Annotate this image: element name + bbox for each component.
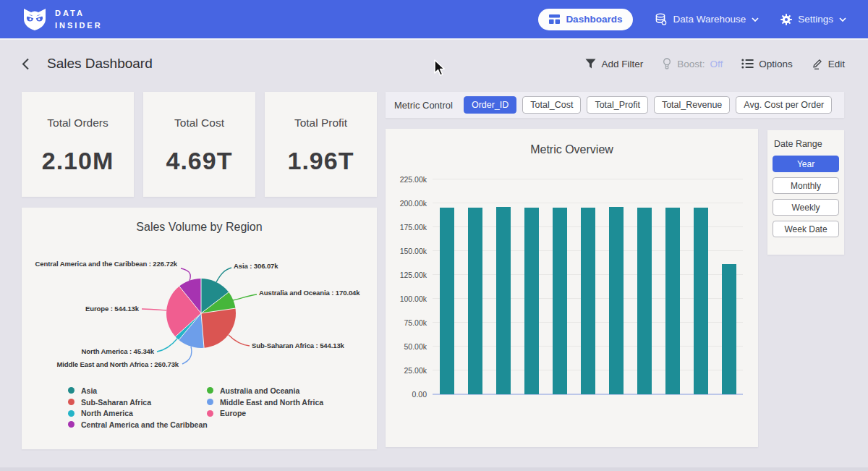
pie-callout-sub-saharan: Sub-Saharan Africa : 544.13k [252, 341, 344, 349]
bar [637, 208, 652, 394]
legend-dot [68, 410, 75, 417]
edit-pencil-icon [812, 58, 823, 69]
date-range-label: Date Range [774, 139, 839, 149]
back-chevron-icon [22, 58, 30, 70]
dashboards-button[interactable]: Dashboards [538, 9, 633, 30]
filter-funnel-icon [585, 59, 596, 69]
chevron-down-icon [752, 17, 759, 22]
bar [524, 208, 539, 394]
mouse-cursor [433, 59, 447, 77]
boost-status: Off [710, 59, 723, 69]
gear-icon [780, 14, 792, 25]
pie-chart-title: Sales Volume by Region [22, 221, 377, 234]
kpi-card-total-cost: Total Cost 4.69T [143, 92, 255, 197]
bar [468, 208, 482, 394]
kpi-card-total-orders: Total Orders 2.10M [22, 92, 134, 197]
top-navbar: DATA INSIDER Dashboards Data Warehouse [0, 0, 868, 40]
chevron-down-icon [839, 17, 846, 22]
y-axis-tick: 0.00 [391, 390, 427, 399]
options-list-icon [741, 59, 754, 69]
legend-dot [68, 399, 75, 405]
legend-label: Sub-Saharan Africa [81, 398, 151, 407]
legend-dot [68, 421, 75, 428]
date-range-year-button[interactable]: Year [773, 156, 839, 172]
pie-callout-middle-east: Middle East and North Africa : 260.73k [57, 360, 179, 368]
metric-chip-total-revenue[interactable]: Total_Revenue [654, 96, 730, 114]
legend-dot [207, 410, 213, 417]
metric-chip-avg-cost[interactable]: Avg. Cost per Order [736, 96, 832, 114]
legend-dot [207, 387, 213, 394]
dashboard-grid-icon [549, 14, 560, 24]
y-axis-tick: 225.00k [391, 175, 427, 184]
boost-toggle[interactable]: Boost:Off [662, 58, 723, 69]
settings-menu[interactable]: Settings [780, 14, 846, 25]
bar [665, 208, 680, 394]
data-warehouse-menu[interactable]: Data Warehouse [655, 13, 759, 25]
pie-legend-item: Central America and the Caribbean [68, 419, 208, 430]
settings-label: Settings [798, 14, 833, 25]
brand-text: DATA INSIDER [55, 7, 103, 31]
metric-control-label: Metric Control [394, 100, 453, 111]
legend-label: Australia and Oceania [220, 386, 299, 395]
legend-dot [68, 387, 75, 394]
legend-label: Asia [81, 386, 97, 395]
owl-logo-icon [22, 7, 48, 32]
y-axis-tick: 75.00k [391, 318, 427, 327]
back-button[interactable] [22, 58, 30, 70]
boost-balloon-icon [662, 58, 672, 69]
sales-volume-panel: Sales Volume by Region Central America a… [22, 208, 377, 449]
metric-chip-total-profit[interactable]: Total_Profit [587, 96, 648, 114]
date-range-weekly-button[interactable]: Weekly [773, 199, 839, 216]
pie-legend-item: Asia [68, 385, 208, 396]
bar [609, 207, 624, 394]
metric-overview-panel: Metric Overview 225.00k200.00k175.00k150… [386, 129, 758, 447]
bar-plot: 225.00k200.00k175.00k150.00k125.00k100.0… [433, 179, 743, 394]
add-filter-button[interactable]: Add Filter [585, 59, 643, 69]
kpi-card-total-profit: Total Profit 1.96T [265, 92, 377, 197]
kpi-label: Total Profit [265, 116, 377, 130]
database-icon [655, 13, 667, 25]
bar [496, 207, 511, 394]
metric-chip-order-id[interactable]: Order_ID [464, 96, 516, 114]
bar [553, 208, 567, 394]
kpi-label: Total Orders [22, 116, 134, 130]
pie-legend-item: Middle East and North Africa [207, 396, 323, 408]
edit-button[interactable]: Edit [812, 58, 845, 69]
legend-label: Central America and the Caribbean [81, 420, 208, 429]
pie-callout-north-america: North America : 45.34k [82, 347, 154, 355]
pie-callout-asia: Asia : 306.07k [234, 262, 278, 270]
metric-chip-total-cost[interactable]: Total_Cost [522, 96, 581, 114]
kpi-value: 4.69T [143, 147, 255, 175]
kpi-value: 1.96T [265, 147, 377, 175]
y-axis-tick: 100.00k [391, 294, 427, 303]
data-warehouse-label: Data Warehouse [673, 14, 746, 25]
metric-control-bar: Metric Control Order_ID Total_Cost Total… [386, 92, 844, 118]
bar [440, 208, 454, 394]
kpi-value: 2.10M [22, 147, 134, 175]
bottom-strip [0, 467, 868, 471]
y-axis-tick: 125.00k [391, 271, 427, 279]
pie-legend-item: Europe [207, 407, 323, 419]
y-axis-tick: 50.00k [391, 342, 427, 351]
kpi-label: Total Cost [143, 116, 255, 130]
pie-legend-col1: AsiaSub-Saharan AfricaNorth AmericaCentr… [68, 385, 208, 430]
date-range-panel: Date Range Year Monthly Weekly Week Date [767, 130, 844, 255]
options-button[interactable]: Options [741, 59, 793, 69]
bar [722, 264, 736, 394]
legend-label: North America [81, 409, 133, 417]
pie-legend-col2: Australia and OceaniaMiddle East and Nor… [207, 385, 323, 419]
y-axis-tick: 150.00k [391, 247, 427, 255]
brand-logo[interactable]: DATA INSIDER [22, 7, 103, 32]
pie-legend-item: North America [68, 407, 208, 419]
pie-callout-europe: Europe : 544.13k [85, 305, 139, 313]
bars [433, 179, 743, 394]
pie-legend-item: Sub-Saharan Africa [68, 396, 208, 408]
date-range-monthly-button[interactable]: Monthly [773, 177, 839, 194]
pie-callout-central-america: Central America and the Caribbean : 226.… [35, 260, 177, 268]
pie-callout-australia: Australia and Oceania : 170.04k [259, 289, 359, 297]
legend-dot [207, 399, 213, 405]
page-title: Sales Dashboard [47, 56, 153, 72]
bar [694, 208, 708, 394]
y-axis-tick: 25.00k [391, 366, 427, 375]
date-range-week-date-button[interactable]: Week Date [773, 221, 839, 237]
